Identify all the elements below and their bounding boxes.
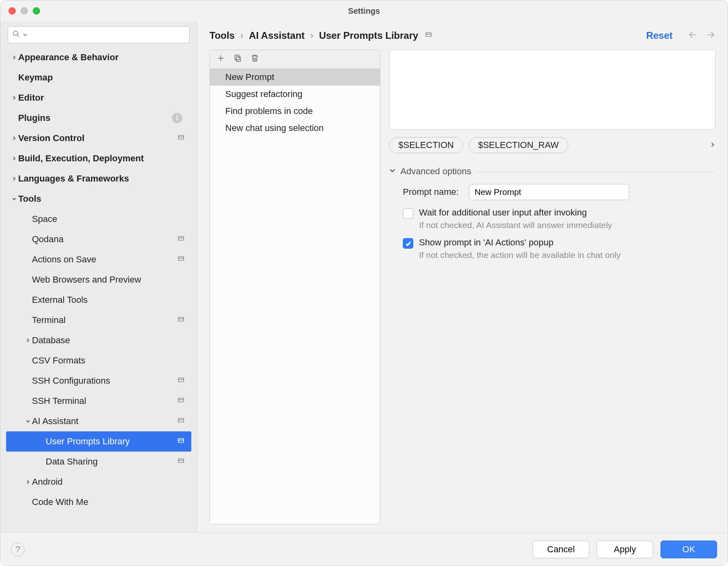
sidebar-item[interactable]: External Tools	[6, 290, 191, 310]
sidebar-item-label: Languages & Frameworks	[18, 173, 185, 184]
chevron-right-icon: ›	[240, 30, 243, 41]
svg-rect-2	[178, 135, 184, 139]
svg-rect-16	[178, 439, 184, 443]
sidebar-item-label: Build, Execution, Deployment	[18, 153, 185, 164]
sidebar-item[interactable]: Plugins1	[6, 108, 191, 128]
sidebar-item[interactable]: Space	[6, 209, 191, 229]
sidebar-item[interactable]: Keymap	[6, 68, 191, 88]
variable-chips: $SELECTION $SELECTION_RAW	[389, 137, 715, 153]
sidebar-item[interactable]: Qodana	[6, 229, 191, 249]
sidebar-item-label: Plugins	[18, 113, 172, 123]
search-dropdown-icon[interactable]	[23, 30, 28, 39]
sidebar-item-label: Editor	[18, 93, 185, 103]
cancel-button[interactable]: Cancel	[533, 541, 589, 558]
prompt-name-label: Prompt name:	[403, 187, 459, 197]
scope-icon	[177, 457, 185, 467]
sidebar-item[interactable]: Languages & Frameworks	[6, 169, 191, 189]
settings-tree[interactable]: Appearance & BehaviorKeymapEditorPlugins…	[6, 47, 191, 532]
breadcrumb-tools[interactable]: Tools	[210, 30, 235, 41]
sidebar-item-label: CSV Formats	[32, 355, 185, 366]
prompt-list-item[interactable]: New Prompt	[210, 69, 380, 86]
sidebar-item-label: Terminal	[32, 315, 177, 325]
sidebar-item-label: Appearance & Behavior	[18, 52, 185, 63]
svg-rect-4	[178, 237, 184, 241]
chevron-down-icon[interactable]	[10, 196, 18, 201]
apply-button[interactable]: Apply	[597, 541, 653, 558]
delete-prompt-button[interactable]	[250, 54, 259, 65]
chevron-right-icon[interactable]	[10, 176, 18, 181]
copy-prompt-button[interactable]	[233, 54, 242, 65]
svg-rect-27	[235, 55, 239, 60]
chevron-right-icon[interactable]	[24, 479, 32, 484]
sidebar-item[interactable]: Appearance & Behavior	[6, 47, 191, 68]
sidebar-item-label: Database	[32, 335, 185, 346]
prompt-list-item[interactable]: Suggest refactoring	[210, 86, 380, 103]
sidebar-item[interactable]: Build, Execution, Deployment	[6, 148, 191, 169]
prompt-editor[interactable]	[389, 50, 715, 130]
sidebar-item[interactable]: Database	[6, 330, 191, 351]
prompt-list-body[interactable]: New PromptSuggest refactoringFind proble…	[210, 69, 380, 524]
titlebar: Settings	[0, 0, 728, 21]
chip-selection-raw[interactable]: $SELECTION_RAW	[469, 137, 568, 153]
chevron-right-icon[interactable]	[10, 55, 18, 60]
sidebar-item[interactable]: Tools	[6, 189, 191, 209]
search-input[interactable]	[8, 26, 190, 43]
sidebar-item-label: Android	[32, 477, 185, 487]
zoom-window-button[interactable]	[33, 7, 40, 15]
breadcrumb-ai-assistant[interactable]: AI Assistant	[249, 30, 305, 41]
window-title: Settings	[0, 6, 728, 16]
add-prompt-button[interactable]	[216, 54, 225, 65]
sidebar-item[interactable]: Android	[6, 472, 191, 492]
chevron-down-icon[interactable]	[24, 419, 32, 424]
svg-rect-20	[426, 33, 431, 37]
sidebar-item[interactable]: SSH Configurations	[6, 371, 191, 391]
scope-icon	[177, 234, 185, 244]
sidebar-item[interactable]: Version Control	[6, 128, 191, 148]
sidebar-item[interactable]: Terminal	[6, 310, 191, 330]
minimize-window-button[interactable]	[21, 7, 28, 15]
prompt-name-input[interactable]	[469, 184, 629, 200]
sidebar-item[interactable]: User Prompts Library	[6, 431, 191, 452]
chevron-right-icon[interactable]	[10, 136, 18, 141]
svg-rect-18	[178, 459, 184, 463]
chevron-right-icon[interactable]	[10, 156, 18, 161]
advanced-options-header[interactable]: Advanced options	[389, 166, 715, 177]
chip-selection[interactable]: $SELECTION	[389, 137, 463, 153]
show-popup-label: Show prompt in 'AI Actions' popup	[419, 237, 620, 248]
sidebar-item[interactable]: Actions on Save	[6, 249, 191, 270]
svg-rect-10	[178, 378, 184, 382]
sidebar-item[interactable]: Web Browsers and Preview	[6, 270, 191, 290]
back-button[interactable]	[688, 30, 698, 42]
close-window-button[interactable]	[8, 7, 16, 15]
sidebar-item[interactable]: CSV Formats	[6, 351, 191, 371]
sidebar-item-label: External Tools	[32, 295, 185, 305]
prompt-list-item[interactable]: Find problems in code	[210, 103, 380, 120]
sidebar-item[interactable]: AI Assistant	[6, 411, 191, 431]
show-popup-checkbox[interactable]	[403, 238, 413, 249]
scope-icon	[177, 376, 185, 386]
breadcrumb: Tools › AI Assistant › User Prompts Libr…	[197, 21, 728, 50]
sidebar-item[interactable]: Editor	[6, 88, 191, 108]
sidebar-item[interactable]: Code With Me	[6, 492, 191, 512]
content: New PromptSuggest refactoringFind proble…	[197, 50, 728, 532]
sidebar-item-label: Version Control	[18, 133, 177, 144]
svg-rect-6	[178, 257, 184, 261]
sidebar-item[interactable]: SSH Terminal	[6, 391, 191, 411]
sidebar-item[interactable]: Data Sharing	[6, 452, 191, 472]
wait-input-row: Wait for additional user input after inv…	[389, 207, 715, 230]
chevron-right-icon[interactable]	[24, 338, 32, 343]
chevron-right-icon: ›	[310, 30, 313, 41]
sidebar: Appearance & BehaviorKeymapEditorPlugins…	[0, 21, 197, 532]
forward-button[interactable]	[706, 30, 715, 42]
reset-button[interactable]: Reset	[646, 30, 673, 41]
nav-arrows	[688, 30, 715, 42]
prompt-list-item[interactable]: New chat using selection	[210, 120, 380, 137]
search-icon	[12, 30, 20, 40]
ok-button[interactable]: OK	[660, 541, 717, 558]
more-chips-button[interactable]	[710, 141, 715, 150]
help-button[interactable]: ?	[11, 543, 25, 556]
wait-input-checkbox[interactable]	[403, 208, 413, 219]
chevron-right-icon[interactable]	[10, 95, 18, 100]
svg-rect-12	[178, 398, 184, 402]
breadcrumb-user-prompts[interactable]: User Prompts Library	[319, 30, 418, 41]
